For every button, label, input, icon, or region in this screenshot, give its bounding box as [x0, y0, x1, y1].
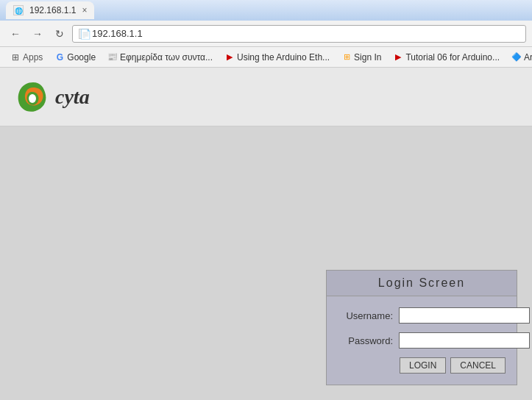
arduino1-icon: ▶	[224, 52, 235, 63]
password-label: Password:	[338, 335, 393, 346]
signin-icon: ⊞	[341, 52, 352, 63]
bookmark-signin-label: Sign In	[354, 52, 381, 63]
bookmark-arduino3[interactable]: 🔷 Arduino - Wi...	[507, 51, 532, 64]
bookmarks-bar: ⊞ Apps G Google 📰 Εφημερίδα των συντα...…	[0, 47, 532, 68]
bookmark-arduino1[interactable]: ▶ Using the Arduino Eth...	[220, 51, 334, 64]
address-bar[interactable]: 📄 192.168.1.1	[72, 25, 526, 43]
password-row: Password:	[338, 332, 506, 349]
address-text: 192.168.1.1	[92, 28, 143, 39]
button-row: LOGIN CANCEL	[338, 357, 506, 374]
nav-bar: ← → ↻ 📄 192.168.1.1	[0, 21, 532, 47]
back-button[interactable]: ←	[6, 24, 25, 43]
bookmark-google-label: Google	[67, 52, 96, 63]
username-input[interactable]	[399, 307, 530, 324]
bookmark-news-label: Εφημερίδα των συντα...	[120, 52, 213, 63]
bookmark-arduino2-label: Tutorial 06 for Arduino...	[405, 52, 500, 63]
news-icon: 📰	[107, 52, 118, 63]
main-area: Login Screen Username: Password: LOGIN C…	[0, 126, 532, 400]
title-bar: 🌐 192.168.1.1 ×	[0, 0, 532, 21]
cyta-logo: cyta	[15, 79, 90, 115]
bookmark-apps-label: Apps	[23, 52, 43, 63]
password-input[interactable]	[399, 332, 530, 349]
page-content: cyta Login Screen Username: Password:	[0, 68, 532, 400]
username-label: Username:	[338, 310, 393, 321]
google-icon: G	[54, 52, 65, 63]
login-title: Login Screen	[327, 271, 517, 296]
tab-favicon: 🌐	[13, 5, 24, 15]
bookmark-arduino1-label: Using the Arduino Eth...	[237, 52, 330, 63]
browser-tab[interactable]: 🌐 192.168.1.1 ×	[6, 1, 94, 19]
site-header: cyta	[0, 68, 532, 126]
cyta-logo-icon	[15, 79, 52, 115]
refresh-button[interactable]: ↻	[50, 24, 69, 43]
tab-close-button[interactable]: ×	[82, 5, 87, 15]
bookmark-arduino3-label: Arduino - Wi...	[524, 52, 532, 63]
browser-window: 🌐 192.168.1.1 × ← → ↻ 📄 192.168.1.1 ⊞ Ap…	[0, 0, 532, 400]
address-favicon: 📄	[79, 29, 89, 39]
username-row: Username:	[338, 307, 506, 324]
tab-title: 192.168.1.1	[29, 5, 76, 15]
login-button[interactable]: LOGIN	[400, 357, 446, 374]
arduino2-icon: ▶	[393, 52, 403, 63]
login-box: Login Screen Username: Password: LOGIN C…	[326, 270, 517, 385]
svg-point-0	[29, 94, 36, 103]
forward-button[interactable]: →	[28, 24, 47, 43]
cancel-button[interactable]: CANCEL	[450, 357, 506, 374]
arduino3-icon: 🔷	[511, 52, 522, 63]
apps-icon: ⊞	[10, 52, 21, 63]
bookmark-arduino2[interactable]: ▶ Tutorial 06 for Arduino...	[389, 51, 504, 64]
bookmark-news[interactable]: 📰 Εφημερίδα των συντα...	[103, 51, 217, 64]
bookmark-google[interactable]: G Google	[50, 51, 100, 64]
cyta-logo-text: cyta	[55, 85, 90, 109]
login-form: Username: Password: LOGIN CANCEL	[327, 296, 517, 385]
bookmark-apps[interactable]: ⊞ Apps	[6, 51, 47, 64]
bookmark-signin[interactable]: ⊞ Sign In	[337, 51, 386, 64]
